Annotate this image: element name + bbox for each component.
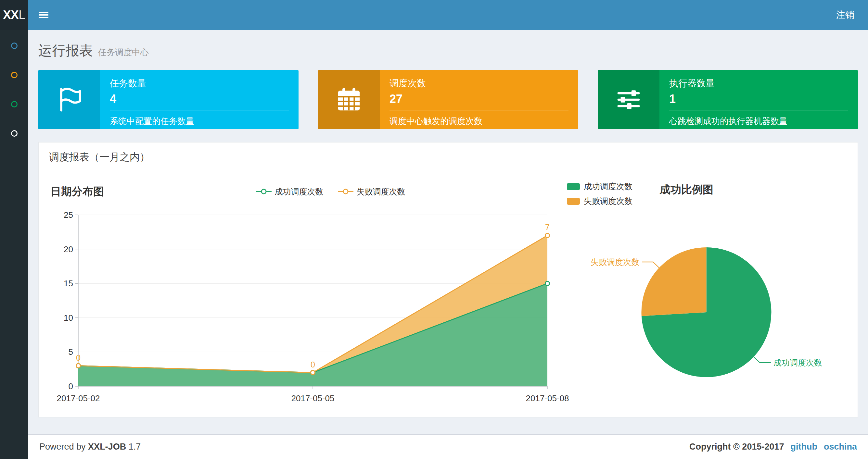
- info-box-number: 4: [110, 92, 289, 106]
- circle-o-icon: [11, 42, 18, 49]
- legend-label: 失败调度次数: [584, 196, 632, 206]
- info-box-title: 任务数量: [110, 77, 289, 90]
- info-box-title: 执行器数量: [669, 77, 848, 90]
- footer-right: Copyright © 2015-2017 github oschina: [689, 442, 857, 452]
- page-subtitle: 任务调度中心: [98, 47, 149, 58]
- app-window: XXL 注销 运行报表 任务调度中心: [0, 0, 868, 459]
- swatch-icon: [567, 183, 580, 190]
- svg-text:0: 0: [311, 360, 315, 369]
- pie-slice: [641, 248, 706, 316]
- legend-item[interactable]: 失败调度次数: [338, 186, 405, 197]
- info-box-number: 1: [669, 92, 848, 106]
- logo-text-bold: XX: [3, 8, 19, 22]
- report-panel: 调度报表（一月之内） 日期分布图 成功调度次数 失败调度次数: [38, 142, 858, 418]
- sidebar-item-3[interactable]: [0, 90, 28, 119]
- divider: [669, 110, 848, 110]
- svg-text:2017-05-05: 2017-05-05: [291, 393, 335, 403]
- report-panel-body: 日期分布图 成功调度次数 失败调度次数 05101520252017-05-02…: [39, 172, 858, 411]
- page-title-text: 运行报表: [38, 41, 93, 60]
- svg-text:失败调度次数: 失败调度次数: [591, 257, 639, 266]
- github-link[interactable]: github: [791, 442, 817, 452]
- line-marker-icon: [338, 188, 353, 195]
- circle-o-icon: [11, 101, 18, 107]
- sidebar-item-1[interactable]: [0, 31, 28, 60]
- circle-o-icon: [11, 130, 18, 137]
- svg-text:成功调度次数: 成功调度次数: [773, 358, 822, 367]
- legend-item[interactable]: 失败调度次数: [567, 196, 632, 206]
- info-box-body: 调度次数 27 调度中心触发的调度次数: [380, 70, 578, 129]
- content-header: 运行报表 任务调度中心: [38, 30, 858, 60]
- info-box-caption: 心跳检测成功的执行器机器数量: [669, 116, 848, 127]
- legend-label: 成功调度次数: [275, 186, 323, 197]
- pie-chart-header: 成功调度次数 失败调度次数 成功比例图: [567, 181, 846, 208]
- line-chart-header: 日期分布图 成功调度次数 失败调度次数: [50, 181, 557, 202]
- pie-chart-title: 成功比例图: [660, 183, 713, 197]
- flag-icon: [38, 70, 100, 129]
- calendar-icon: [318, 70, 380, 129]
- info-box-body: 任务数量 4 系统中配置的任务数量: [100, 70, 299, 129]
- sidebar-item-4[interactable]: [0, 119, 28, 148]
- svg-text:7: 7: [545, 223, 550, 232]
- info-boxes-row: 任务数量 4 系统中配置的任务数量: [38, 70, 858, 129]
- svg-text:20: 20: [64, 244, 73, 254]
- date-distribution-chart: 日期分布图 成功调度次数 失败调度次数 05101520252017-05-02…: [50, 181, 557, 411]
- app-logo[interactable]: XXL: [0, 0, 28, 30]
- line-chart-title: 日期分布图: [50, 185, 104, 199]
- info-box-caption: 系统中配置的任务数量: [110, 116, 289, 127]
- divider: [390, 110, 568, 110]
- svg-text:25: 25: [64, 210, 73, 220]
- logout-link[interactable]: 注销: [836, 9, 855, 21]
- report-panel-title: 调度报表（一月之内）: [39, 142, 858, 172]
- svg-text:10: 10: [64, 313, 73, 323]
- page-footer: Powered by XXL-JOB 1.7 Copyright © 2015-…: [28, 434, 868, 459]
- legend-item[interactable]: 成功调度次数: [256, 186, 323, 197]
- product-version: 1.7: [129, 442, 141, 452]
- svg-text:0: 0: [76, 353, 81, 362]
- legend-label: 失败调度次数: [357, 186, 405, 197]
- swatch-icon: [567, 198, 580, 205]
- hamburger-icon: [39, 10, 49, 20]
- pie-chart-legend: 成功调度次数 失败调度次数: [567, 181, 632, 206]
- info-box-number: 27: [390, 92, 568, 106]
- main-content: 运行报表 任务调度中心 任务数量 4 系统中配置的任务数量: [28, 30, 868, 434]
- powered-prefix: Powered by: [39, 442, 86, 452]
- svg-text:5: 5: [68, 347, 73, 357]
- logo-text-light: L: [19, 8, 25, 22]
- info-box-caption: 调度中心触发的调度次数: [390, 116, 568, 127]
- legend-label: 成功调度次数: [584, 181, 632, 192]
- copyright-text: Copyright © 2015-2017: [689, 442, 784, 452]
- divider: [110, 110, 289, 110]
- svg-text:0: 0: [68, 382, 73, 391]
- sidebar-item-2[interactable]: [0, 60, 28, 90]
- product-name: XXL-JOB: [88, 442, 126, 452]
- oschina-link[interactable]: oschina: [824, 442, 857, 452]
- info-box-body: 执行器数量 1 心跳检测成功的执行器机器数量: [659, 70, 858, 129]
- top-navbar: XXL 注销: [0, 0, 868, 30]
- circle-o-icon: [11, 72, 18, 78]
- powered-by: Powered by XXL-JOB 1.7: [39, 442, 141, 452]
- line-chart-legend: 成功调度次数 失败调度次数: [104, 186, 557, 197]
- info-box-executors: 执行器数量 1 心跳检测成功的执行器机器数量: [598, 70, 858, 129]
- svg-text:2017-05-02: 2017-05-02: [57, 393, 100, 403]
- sidebar-menu: [0, 30, 28, 459]
- svg-text:15: 15: [64, 278, 73, 288]
- page-title: 运行报表 任务调度中心: [38, 41, 858, 60]
- pie-chart-canvas: 成功调度次数失败调度次数: [567, 208, 846, 403]
- info-box-jobs: 任务数量 4 系统中配置的任务数量: [38, 70, 299, 129]
- line-marker-icon: [256, 188, 272, 195]
- sliders-icon: [598, 70, 659, 129]
- legend-item[interactable]: 成功调度次数: [567, 181, 632, 192]
- area-chart-canvas: 05101520252017-05-022017-05-052017-05-08…: [50, 202, 557, 409]
- info-box-triggers: 调度次数 27 调度中心触发的调度次数: [318, 70, 578, 129]
- sidebar-toggle-button[interactable]: [28, 0, 58, 30]
- info-box-title: 调度次数: [390, 77, 568, 90]
- success-ratio-chart: 成功调度次数 失败调度次数 成功比例图 成功调度次数失败调度次数: [557, 181, 846, 411]
